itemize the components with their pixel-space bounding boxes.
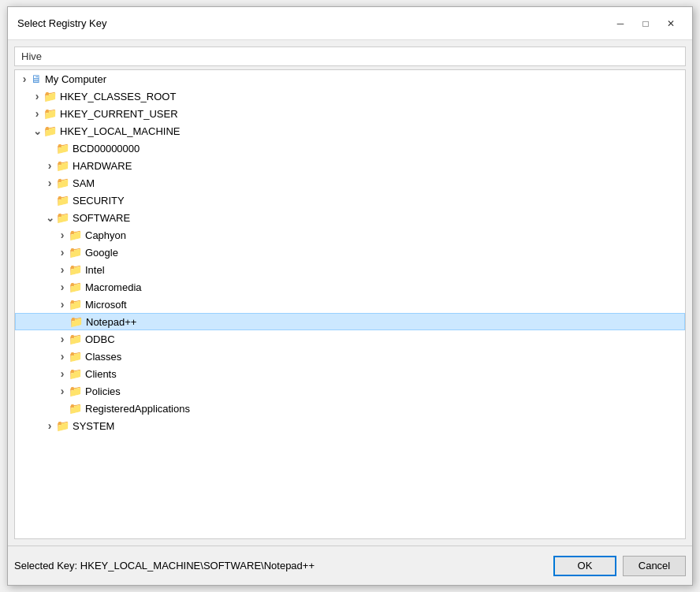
expander-software[interactable]: ⌄	[15, 211, 56, 224]
folder-icon-macromedia: 📁	[69, 281, 82, 293]
item-label-security: SECURITY	[73, 195, 125, 207]
expander-hkey-classes-root[interactable]: ›	[15, 90, 43, 102]
selected-key-prefix: Selected Key:	[14, 560, 80, 572]
title-bar-left: Select Registry Key	[17, 17, 106, 29]
item-label-policies: Policies	[85, 385, 121, 397]
folder-icon-intel: 📁	[69, 263, 82, 276]
folder-icon-hkey-classes-root: 📁	[43, 90, 57, 102]
folder-icon-hardware: 📁	[56, 159, 69, 172]
item-label-classes: Classes	[85, 351, 121, 363]
hive-label: Hive	[14, 47, 686, 66]
item-label-hkey-local-machine: HKEY_LOCAL_MACHINE	[60, 125, 180, 137]
tree-item-hkey-classes-root[interactable]: ›📁HKEY_CLASSES_ROOT	[15, 87, 685, 105]
tree-item-caphyon[interactable]: ›📁Caphyon	[15, 226, 685, 244]
expander-intel[interactable]: ›	[15, 263, 69, 276]
item-label-intel: Intel	[85, 264, 105, 276]
minimize-icon: ─	[617, 18, 624, 29]
folder-icon-classes: 📁	[69, 350, 82, 363]
registry-tree[interactable]: ›🖥My Computer›📁HKEY_CLASSES_ROOT›📁HKEY_C…	[14, 69, 686, 539]
tree-item-clients[interactable]: ›📁Clients	[15, 365, 685, 382]
expander-microsoft[interactable]: ›	[15, 298, 69, 311]
item-label-macromedia: Macromedia	[85, 281, 142, 293]
folder-icon-caphyon: 📁	[69, 229, 82, 241]
expander-google[interactable]: ›	[15, 246, 69, 259]
item-label-hkey-classes-root: HKEY_CLASSES_ROOT	[60, 91, 176, 102]
expander-policies[interactable]: ›	[15, 385, 69, 397]
tree-item-hkey-current-user[interactable]: ›📁HKEY_CURRENT_USER	[15, 105, 685, 122]
tree-item-hardware[interactable]: ›📁HARDWARE	[15, 157, 685, 174]
item-label-odbc: ODBC	[85, 333, 115, 345]
folder-icon-odbc: 📁	[69, 333, 82, 345]
close-button[interactable]: ✕	[659, 14, 683, 33]
tree-item-macromedia[interactable]: ›📁Macromedia	[15, 278, 685, 296]
ok-button[interactable]: OK	[553, 556, 616, 576]
folder-icon-policies: 📁	[69, 385, 82, 397]
folder-icon-microsoft: 📁	[69, 298, 82, 311]
cancel-button[interactable]: Cancel	[623, 556, 686, 576]
expander-clients[interactable]: ›	[15, 367, 69, 380]
folder-icon-bcd: 📁	[56, 142, 69, 155]
tree-item-security[interactable]: 📁SECURITY	[15, 192, 685, 209]
folder-icon-registered-apps: 📁	[69, 402, 82, 415]
folder-icon-security: 📁	[56, 194, 69, 207]
tree-item-registered-apps[interactable]: 📁RegisteredApplications	[15, 400, 685, 417]
expander-my-computer[interactable]: ›	[15, 73, 31, 85]
tree-item-my-computer[interactable]: ›🖥My Computer	[15, 70, 685, 87]
expander-system[interactable]: ›	[15, 419, 56, 432]
folder-icon-notepadpp: 📁	[69, 315, 83, 328]
title-bar-controls: ─ □ ✕	[609, 14, 683, 33]
item-label-system: SYSTEM	[73, 420, 114, 432]
dialog-body: Hive ›🖥My Computer›📁HKEY_CLASSES_ROOT›📁H…	[8, 40, 692, 545]
expander-sam[interactable]: ›	[15, 177, 56, 189]
maximize-icon: □	[642, 18, 648, 29]
tree-item-notepadpp[interactable]: 📁Notepad++	[15, 313, 685, 330]
tree-item-hkey-local-machine[interactable]: ⌄📁HKEY_LOCAL_MACHINE	[15, 122, 685, 140]
folder-icon-my-computer: 🖥	[31, 73, 42, 85]
item-label-software: SOFTWARE	[73, 212, 130, 224]
item-label-caphyon: Caphyon	[85, 229, 126, 241]
dialog-footer: Selected Key: HKEY_LOCAL_MACHINE\SOFTWAR…	[8, 545, 692, 585]
expander-odbc[interactable]: ›	[15, 333, 69, 345]
expander-macromedia[interactable]: ›	[15, 281, 69, 293]
tree-item-google[interactable]: ›📁Google	[15, 244, 685, 261]
item-label-notepadpp: Notepad++	[86, 316, 136, 328]
tree-item-bcd[interactable]: 📁BCD00000000	[15, 140, 685, 157]
selected-key-value: HKEY_LOCAL_MACHINE\SOFTWARE\Notepad++	[80, 560, 315, 572]
folder-icon-sam: 📁	[56, 177, 69, 189]
folder-icon-hkey-local-machine: 📁	[43, 125, 57, 137]
title-bar: Select Registry Key ─ □ ✕	[8, 7, 692, 40]
tree-item-microsoft[interactable]: ›📁Microsoft	[15, 296, 685, 313]
item-label-my-computer: My Computer	[45, 73, 106, 85]
tree-item-system[interactable]: ›📁SYSTEM	[15, 417, 685, 434]
item-label-registered-apps: RegisteredApplications	[85, 403, 190, 415]
folder-icon-hkey-current-user: 📁	[43, 107, 57, 120]
tree-item-intel[interactable]: ›📁Intel	[15, 261, 685, 278]
tree-item-sam[interactable]: ›📁SAM	[15, 174, 685, 192]
maximize-button[interactable]: □	[634, 14, 657, 33]
item-label-google: Google	[85, 247, 118, 259]
item-label-hkey-current-user: HKEY_CURRENT_USER	[60, 108, 178, 120]
expander-hardware[interactable]: ›	[15, 159, 56, 172]
tree-item-odbc[interactable]: ›📁ODBC	[15, 330, 685, 348]
expander-hkey-local-machine[interactable]: ⌄	[15, 125, 43, 137]
expander-hkey-current-user[interactable]: ›	[15, 107, 43, 120]
item-label-bcd: BCD00000000	[73, 143, 140, 155]
tree-item-software[interactable]: ⌄📁SOFTWARE	[15, 209, 685, 226]
expander-caphyon[interactable]: ›	[15, 229, 69, 241]
folder-icon-system: 📁	[56, 419, 69, 432]
tree-item-policies[interactable]: ›📁Policies	[15, 382, 685, 400]
select-registry-key-dialog: Select Registry Key ─ □ ✕ Hive ›🖥My Comp…	[7, 6, 693, 586]
minimize-button[interactable]: ─	[609, 14, 632, 33]
item-label-sam: SAM	[73, 177, 95, 189]
expander-classes[interactable]: ›	[15, 350, 69, 363]
selected-key-display: Selected Key: HKEY_LOCAL_MACHINE\SOFTWAR…	[14, 560, 315, 572]
folder-icon-software: 📁	[56, 211, 69, 224]
tree-item-classes[interactable]: ›📁Classes	[15, 348, 685, 365]
folder-icon-clients: 📁	[69, 367, 82, 380]
dialog-title: Select Registry Key	[17, 17, 106, 29]
item-label-hardware: HARDWARE	[73, 160, 132, 172]
folder-icon-google: 📁	[69, 246, 82, 259]
close-icon: ✕	[667, 18, 675, 29]
item-label-microsoft: Microsoft	[85, 299, 127, 311]
footer-buttons: OK Cancel	[553, 556, 686, 576]
